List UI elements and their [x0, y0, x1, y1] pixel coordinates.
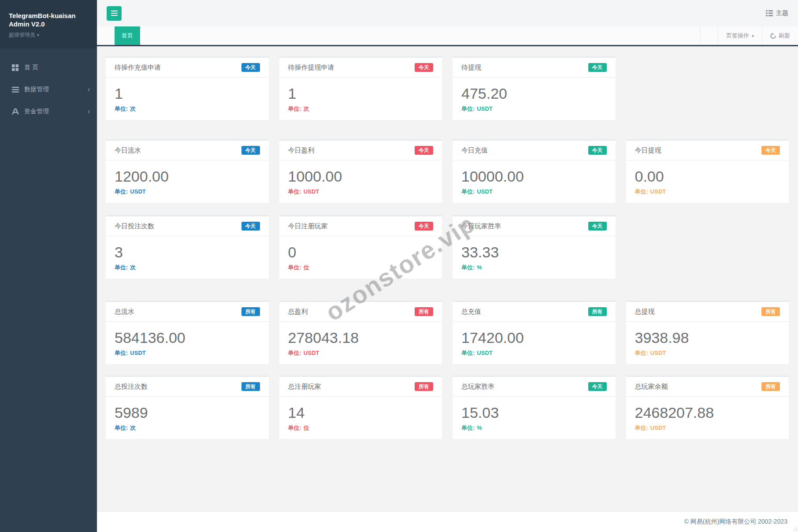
stat-card: 总提现所有3938.98单位:USDT: [626, 301, 789, 364]
stat-card-body: 10000.00单位:USDT: [453, 160, 616, 203]
stat-card-title: 总流水: [115, 308, 134, 316]
chevron-left-icon: ‹: [88, 108, 90, 115]
sidebar-item-label: 数据管理: [24, 86, 49, 93]
stat-card-value: 584136.00: [115, 329, 260, 346]
stat-card: 总玩家胜率今天15.03单位:%: [453, 376, 616, 439]
topbar: 主题: [97, 0, 798, 26]
refresh-label: 刷新: [779, 32, 790, 40]
stat-card-value: 475.20: [461, 85, 607, 102]
brand-title-line2: Admin V2.0: [9, 20, 88, 28]
stat-card-header: 总流水所有: [106, 302, 269, 322]
tab-actions: 页签操作▾ 刷新: [700, 26, 798, 45]
stat-card-badge: 今天: [415, 63, 433, 72]
stat-card-body: 475.20单位:USDT: [453, 78, 616, 120]
stat-card: 今日充值今天10000.00单位:USDT: [453, 139, 616, 203]
tab-operations-label: 页签操作: [726, 32, 749, 40]
stat-card-unit: 单位:USDT: [635, 188, 780, 196]
chevron-left-icon: ‹: [88, 86, 90, 93]
stat-card-header: 今日玩家胜率今天: [453, 216, 616, 236]
brand-title-line1: TelegramBot-kuaisan: [9, 11, 88, 20]
stat-card-title: 总投注次数: [115, 383, 148, 391]
stat-card-body: 1单位:次: [106, 78, 269, 120]
tabbar-divider: [700, 26, 718, 45]
stat-card-header: 总玩家胜率今天: [453, 377, 616, 397]
sidebar-toggle-button[interactable]: [107, 6, 122, 21]
stat-card-unit: 单位:USDT: [288, 349, 434, 357]
stat-card-unit: 单位:位: [288, 264, 434, 272]
stat-card-value: 1000.00: [288, 167, 434, 185]
sidebar-item-home[interactable]: 首 页: [0, 56, 97, 78]
stat-card-value: 14: [288, 404, 434, 421]
tab-operations-button[interactable]: 页签操作▾: [718, 26, 762, 45]
stat-card-grid: 待操作充值申请今天1单位:次待操作提现申请今天1单位:次待提现今天475.20单…: [106, 56, 789, 439]
stat-card: 今日提现今天0.00单位:USDT: [626, 139, 789, 203]
stat-card-body: 584136.00单位:USDT: [106, 322, 269, 364]
stat-card: 待提现今天475.20单位:USDT: [453, 56, 616, 120]
stat-card-value: 2468207.88: [635, 404, 780, 421]
stat-row: 待操作充值申请今天1单位:次待操作提现申请今天1单位:次待提现今天475.20单…: [106, 56, 789, 120]
stat-card-header: 今日注册玩家今天: [279, 216, 442, 236]
user-role-label: 超级管理员: [9, 32, 35, 38]
sidebar-item-label: 首 页: [24, 63, 38, 71]
stat-card-unit: 单位:%: [461, 424, 607, 432]
data-list-icon: [11, 86, 19, 93]
stat-card-unit: 单位:位: [288, 424, 434, 432]
stat-card-value: 3938.98: [635, 329, 780, 346]
refresh-button[interactable]: 刷新: [762, 26, 798, 45]
stat-card-value: 15.03: [461, 404, 607, 421]
stat-card-title: 今日提现: [635, 146, 661, 155]
stat-card-title: 总充值: [461, 308, 481, 316]
stat-card: 今日流水今天1200.00单位:USDT: [106, 139, 269, 203]
stat-card-body: 1000.00单位:USDT: [279, 160, 442, 203]
stat-card-title: 今日盈利: [288, 146, 315, 155]
stat-card-badge: 今天: [588, 63, 607, 72]
stat-card: 总玩家余额所有2468207.88单位:USDT: [626, 376, 789, 439]
stat-row: 总流水所有584136.00单位:USDT总盈利所有278043.18单位:US…: [106, 301, 789, 364]
main-area: 主题 首页 页签操作▾ 刷新 待操作充值申请今天1单位:次待操作提现申请今天1单…: [97, 0, 798, 532]
stat-card-badge: 今天: [415, 222, 433, 231]
stat-card: 今日投注次数今天3单位:次: [106, 215, 269, 279]
theme-button[interactable]: 主题: [766, 9, 788, 17]
refresh-icon: [770, 33, 776, 39]
stat-card-badge: 所有: [415, 307, 433, 316]
stat-card-title: 今日充值: [461, 146, 488, 155]
caret-down-icon: ▾: [752, 33, 754, 38]
stat-card-header: 总提现所有: [626, 302, 789, 322]
stat-card-header: 待提现今天: [453, 58, 616, 78]
stat-card-value: 0.00: [635, 167, 780, 185]
stat-card-header: 今日提现今天: [626, 141, 789, 160]
stat-card-body: 3单位:次: [106, 236, 269, 279]
stat-card-header: 总玩家余额所有: [626, 377, 789, 397]
stat-card-title: 待操作提现申请: [288, 63, 334, 72]
tab-home[interactable]: 首页: [115, 26, 140, 45]
stat-card-title: 总注册玩家: [288, 383, 321, 391]
stat-card-unit: 单位:USDT: [115, 349, 260, 357]
stat-card-value: 33.33: [461, 243, 607, 261]
stat-card-badge: 今天: [415, 146, 433, 155]
stat-card-body: 3938.98单位:USDT: [626, 322, 789, 364]
stat-card-body: 15.03单位:%: [453, 397, 616, 439]
stat-card-unit: 单位:USDT: [635, 349, 780, 357]
stat-card-title: 总盈利: [288, 308, 308, 316]
stat-card-badge: 今天: [588, 382, 607, 391]
theme-label: 主题: [776, 9, 788, 17]
user-role-dropdown[interactable]: 超级管理员▾: [9, 31, 88, 39]
stat-card-unit: 单位:USDT: [288, 188, 434, 196]
stat-card: 总充值所有17420.00单位:USDT: [453, 301, 616, 364]
dashboard-content: 待操作充值申请今天1单位:次待操作提现申请今天1单位:次待提现今天475.20单…: [97, 46, 798, 511]
stat-card-badge: 今天: [241, 222, 260, 231]
stat-card: 今日盈利今天1000.00单位:USDT: [279, 139, 442, 203]
stat-card-title: 总提现: [635, 308, 655, 316]
stat-card-unit: 单位:次: [115, 424, 260, 432]
tab-bar: 首页 页签操作▾ 刷新: [97, 26, 798, 46]
stat-card-value: 10000.00: [461, 167, 607, 185]
sidebar-item-data-management[interactable]: 数据管理‹: [0, 78, 97, 100]
stat-card-unit: 单位:USDT: [461, 188, 607, 196]
funds-icon: [11, 108, 19, 115]
stat-row: 今日投注次数今天3单位:次今日注册玩家今天0单位:位今日玩家胜率今天33.33单…: [106, 215, 789, 279]
stat-card-badge: 所有: [588, 307, 607, 316]
stat-card-body: 278043.18单位:USDT: [279, 322, 442, 364]
stat-card-badge: 今天: [761, 146, 780, 155]
sidebar-item-funds-management[interactable]: 资金管理‹: [0, 100, 97, 123]
stat-card: 待操作提现申请今天1单位:次: [279, 56, 442, 120]
